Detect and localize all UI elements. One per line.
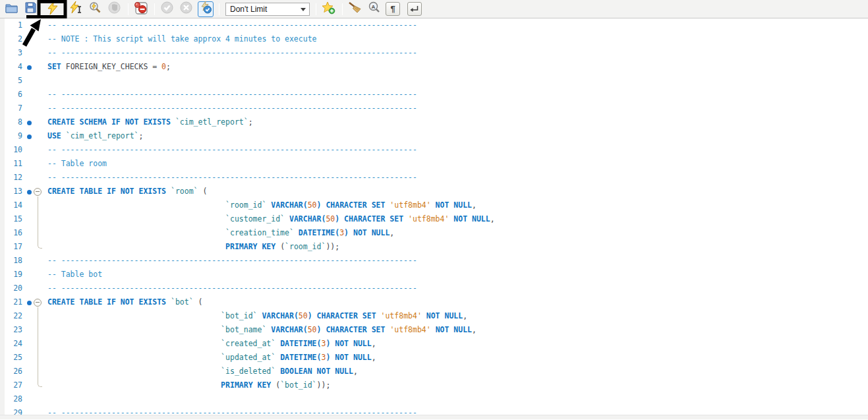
line-number: 4 (0, 60, 22, 74)
horizontal-scrollbar-track[interactable] (0, 415, 868, 419)
line-number: 7 (0, 102, 22, 115)
code-line: 10-- -----------------------------------… (0, 143, 868, 157)
line-number: 20 (0, 282, 22, 295)
code-text: PRIMARY KEY (`room_id`)); (47, 240, 339, 254)
toolbar-separator (154, 3, 155, 15)
code-text: `room_id` VARCHAR(50) CHARACTER SET 'utf… (47, 198, 477, 212)
line-number: 19 (0, 268, 22, 282)
explain-plan-button[interactable] (86, 1, 103, 18)
toolbar-separator (316, 3, 316, 15)
statement-marker-icon (27, 121, 32, 125)
statement-marker-icon (27, 65, 32, 70)
toolbar-separator (219, 3, 219, 15)
code-line: 3-- ------------------------------------… (0, 46, 868, 60)
code-text: -- -------------------------------------… (47, 143, 417, 157)
find-and-replace-button[interactable]: A (365, 1, 382, 18)
line-number: 21 (0, 295, 22, 309)
line-number: 25 (0, 351, 22, 365)
line-number: 1 (0, 18, 22, 32)
commit-check-icon (161, 1, 173, 16)
statement-marker-icon (27, 301, 32, 305)
code-line: 28 (0, 392, 868, 406)
line-number: 13 (0, 185, 22, 198)
code-text: `is_deleted` BOOLEAN NOT NULL, (47, 365, 358, 378)
line-number: 5 (0, 74, 22, 88)
code-line: 21CREATE TABLE IF NOT EXISTS `bot` ( (0, 295, 868, 309)
rollback-x-icon (180, 1, 192, 16)
stop-hand-icon (108, 1, 121, 16)
code-lines: 1-- ------------------------------------… (0, 18, 868, 419)
fold-collapse-icon[interactable] (34, 188, 42, 196)
line-number: 22 (0, 309, 22, 323)
toggle-invisible-characters-button[interactable]: ¶ (384, 1, 401, 18)
row-limit-value: Don't Limit (230, 5, 267, 14)
line-number: 24 (0, 337, 22, 351)
wrap-return-icon (407, 2, 422, 16)
save-snippet-button[interactable] (320, 1, 337, 18)
code-text: `created_at` DATETIME(3) NOT NULL, (47, 337, 376, 351)
chevron-down-icon (301, 8, 306, 11)
code-text: `updated_at` DATETIME(3) NOT NULL, (47, 351, 376, 365)
line-number: 17 (0, 240, 22, 254)
execute-script-button[interactable] (44, 1, 61, 18)
code-line: 18-- -----------------------------------… (0, 254, 868, 268)
line-number: 27 (0, 378, 22, 392)
code-text: `bot_name` VARCHAR(50) CHARACTER SET 'ut… (47, 323, 477, 337)
star-plus-icon (322, 1, 335, 17)
toggle-word-wrap-button[interactable] (406, 1, 423, 18)
toolbar-separator (128, 3, 129, 15)
code-line: 1-- ------------------------------------… (0, 18, 868, 32)
line-number: 11 (0, 157, 22, 171)
execute-lightning-icon (47, 1, 59, 17)
code-line: 20-- -----------------------------------… (0, 282, 868, 295)
row-limit-dropdown[interactable]: Don't Limit (225, 3, 310, 16)
beautify-script-button[interactable] (346, 1, 363, 18)
line-number: 2 (0, 32, 22, 46)
code-line: 14 `room_id` VARCHAR(50) CHARACTER SET '… (0, 198, 868, 212)
code-line: 24 `created_at` DATETIME(3) NOT NULL, (0, 337, 868, 351)
stop-on-error-icon (134, 1, 148, 17)
fold-collapse-icon[interactable] (34, 299, 42, 307)
statement-marker-icon (27, 190, 32, 195)
code-line: 15 `customer_id` VARCHAR(50) CHARACTER S… (0, 212, 868, 226)
code-text: `customer_id` VARCHAR(50) CHARACTER SET … (47, 212, 495, 226)
line-number: 9 (0, 129, 22, 143)
code-text: -- -------------------------------------… (47, 102, 417, 115)
code-text: -- -------------------------------------… (47, 18, 417, 32)
code-line: 23 `bot_name` VARCHAR(50) CHARACTER SET … (0, 323, 868, 337)
code-line: 8CREATE SCHEMA IF NOT EXISTS `cim_etl_re… (0, 115, 868, 129)
code-text: `creation_time` DATETIME(3) NOT NULL, (47, 226, 394, 240)
code-line: 17 PRIMARY KEY (`room_id`)); (0, 240, 868, 254)
line-number: 12 (0, 171, 22, 185)
code-text: -- -------------------------------------… (47, 88, 417, 102)
line-number: 15 (0, 212, 22, 226)
code-line: 19-- Table bot (0, 268, 868, 282)
toggle-stop-on-error-button[interactable] (132, 1, 149, 18)
save-script-button[interactable] (22, 1, 39, 18)
save-icon (25, 2, 36, 16)
execute-current-statement-button[interactable] (67, 1, 84, 18)
code-text: -- Table bot (47, 268, 102, 282)
code-text: SET FOREIGN_KEY_CHECKS = 0; (47, 60, 171, 74)
pilcrow-icon: ¶ (386, 2, 400, 16)
toggle-autocommit-button[interactable] (198, 1, 214, 17)
sql-code-editor[interactable]: 1-- ------------------------------------… (0, 18, 868, 419)
code-line: 22 `bot_id` VARCHAR(50) CHARACTER SET 'u… (0, 309, 868, 323)
code-text: -- -------------------------------------… (47, 254, 417, 268)
broom-icon (348, 1, 362, 16)
line-number: 14 (0, 198, 22, 212)
code-text: -- NOTE : This script will take approx 4… (47, 32, 317, 46)
open-script-button[interactable] (3, 1, 20, 18)
code-line: 27 PRIMARY KEY (`bot_id`)); (0, 378, 868, 392)
code-line: 26 `is_deleted` BOOLEAN NOT NULL, (0, 365, 868, 378)
line-number: 23 (0, 323, 22, 337)
commit-transaction-button (158, 1, 175, 18)
code-text: -- -------------------------------------… (47, 282, 417, 295)
magnifier-a-icon: A (368, 1, 380, 16)
code-text: -- -------------------------------------… (47, 46, 417, 60)
line-number: 8 (0, 115, 22, 129)
code-text: CREATE TABLE IF NOT EXISTS `bot` ( (47, 295, 202, 309)
line-number: 26 (0, 365, 22, 378)
execute-statement-lightning-cursor-icon (70, 1, 82, 17)
statement-marker-icon (27, 135, 32, 139)
